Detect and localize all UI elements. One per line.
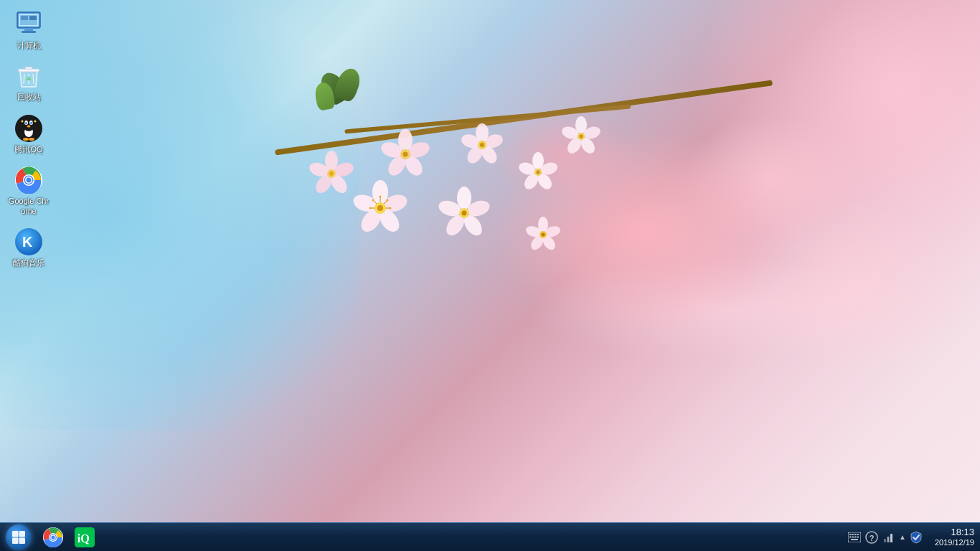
- svg-point-30: [372, 199, 374, 202]
- kugou-icon: K: [14, 227, 43, 256]
- taskbar-chrome-button[interactable]: [37, 523, 69, 552]
- svg-rect-120: [857, 534, 859, 535]
- svg-point-24: [390, 207, 392, 209]
- svg-point-26: [369, 207, 372, 209]
- svg-rect-75: [25, 67, 32, 70]
- svg-point-58: [580, 135, 583, 138]
- svg-point-22: [380, 196, 382, 198]
- system-tray: ? ▲: [847, 530, 929, 545]
- desktop-icon-qq[interactable]: 腾讯QQ: [3, 111, 55, 157]
- svg-rect-119: [854, 534, 857, 535]
- desktop-icons-container: 计算机 回收站: [0, 7, 57, 271]
- computer-icon-label: 计算机: [17, 40, 41, 50]
- flower: [560, 115, 603, 161]
- flower: [517, 151, 560, 197]
- svg-point-93: [34, 120, 37, 122]
- taskbar-clock[interactable]: 18:13 2019/12/19: [929, 527, 980, 547]
- svg-point-37: [480, 143, 484, 147]
- svg-rect-129: [887, 537, 890, 542]
- svg-point-20: [377, 205, 383, 211]
- qq-icon: [14, 114, 43, 143]
- svg-rect-117: [849, 534, 852, 535]
- svg-rect-123: [854, 536, 857, 537]
- security-tray-icon[interactable]: [909, 530, 923, 545]
- svg-rect-73: [29, 16, 37, 20]
- recycle-icon: [14, 62, 43, 90]
- svg-point-65: [542, 233, 545, 237]
- svg-point-89: [27, 125, 31, 127]
- svg-rect-122: [852, 536, 854, 537]
- flower: [308, 151, 355, 200]
- svg-point-38: [457, 187, 471, 209]
- network-tray-icon[interactable]: [882, 530, 896, 545]
- svg-rect-124: [857, 536, 859, 537]
- qq-icon-label: 腾讯QQ: [14, 144, 42, 154]
- svg-point-13: [403, 152, 408, 157]
- svg-point-51: [537, 171, 540, 174]
- chrome-icon-label: Google Chrome: [7, 196, 50, 217]
- svg-rect-69: [22, 31, 36, 33]
- svg-rect-130: [890, 534, 892, 542]
- help-tray-icon[interactable]: ?: [864, 530, 879, 545]
- flower: [352, 179, 409, 240]
- svg-line-76: [24, 74, 24, 84]
- flower: [524, 215, 563, 258]
- svg-rect-125: [851, 539, 858, 540]
- start-orb: [6, 524, 32, 550]
- flower-cluster: [251, 93, 682, 452]
- svg-rect-121: [849, 536, 852, 537]
- svg-rect-72: [21, 16, 28, 20]
- desktop-icon-chrome[interactable]: Google Chrome: [3, 163, 55, 220]
- desktop-icon-kugou[interactable]: K 酷狗音乐: [3, 225, 55, 270]
- taskbar: iQ: [0, 522, 980, 551]
- svg-text:?: ?: [870, 533, 875, 542]
- svg-rect-108: [19, 537, 26, 544]
- clock-time: 18:13: [951, 527, 974, 538]
- recycle-icon-label: 回收站: [17, 92, 41, 102]
- kugou-icon-label: 酷狗音乐: [13, 258, 44, 268]
- svg-line-78: [33, 74, 34, 84]
- svg-point-97: [29, 138, 34, 141]
- svg-point-113: [51, 535, 55, 539]
- svg-text:iQ: iQ: [77, 532, 90, 545]
- desktop-icon-recycle[interactable]: 回收站: [3, 59, 55, 105]
- start-button[interactable]: [0, 523, 37, 552]
- svg-point-88: [30, 122, 31, 123]
- desktop-icon-computer[interactable]: 计算机: [3, 7, 55, 53]
- svg-rect-128: [884, 539, 886, 542]
- svg-point-96: [23, 138, 29, 141]
- svg-rect-106: [19, 531, 26, 537]
- svg-point-44: [462, 211, 467, 216]
- taskbar-iqiyi-button[interactable]: iQ: [69, 523, 100, 552]
- clock-date: 2019/12/19: [935, 538, 974, 547]
- svg-rect-107: [12, 537, 19, 544]
- desktop: 计算机 回收站: [0, 0, 980, 551]
- svg-point-92: [22, 120, 24, 122]
- svg-point-28: [387, 199, 389, 202]
- svg-point-85: [25, 122, 27, 124]
- svg-point-82: [22, 117, 35, 131]
- svg-rect-68: [24, 28, 33, 31]
- chrome-icon: [14, 166, 43, 194]
- svg-rect-105: [12, 531, 19, 537]
- svg-rect-118: [852, 534, 854, 535]
- flower: [459, 122, 506, 171]
- tray-expand-button[interactable]: ▲: [899, 533, 906, 541]
- svg-text:K: K: [22, 234, 33, 250]
- svg-point-102: [27, 177, 32, 182]
- svg-point-87: [25, 122, 26, 123]
- keyboard-tray-icon[interactable]: [847, 530, 862, 545]
- svg-point-6: [329, 171, 334, 176]
- flower: [380, 129, 430, 182]
- svg-point-86: [30, 122, 32, 124]
- computer-icon: [14, 10, 43, 39]
- flower: [438, 187, 491, 243]
